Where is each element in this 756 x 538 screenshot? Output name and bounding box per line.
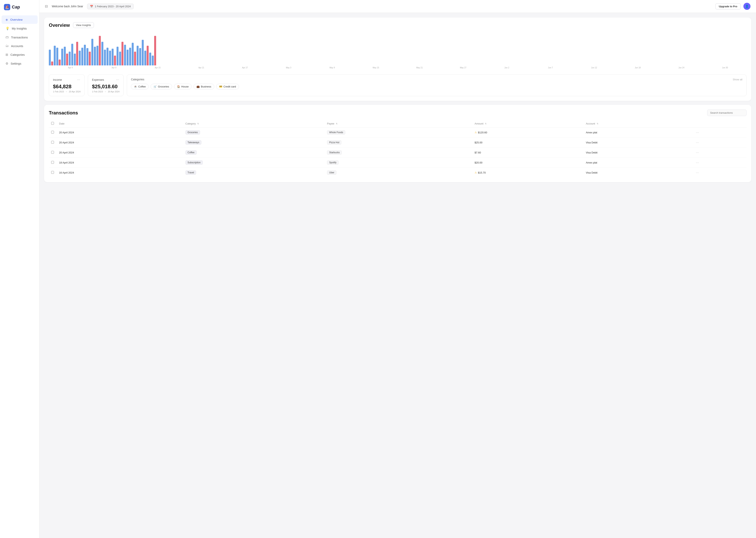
categories-card: Categories Show all ☕Coffee🛒Groceries🏠Ho…	[127, 75, 746, 96]
business-chip-label: Business	[201, 85, 211, 88]
content: Overview View Insights Apr 4Apr 9Apr 15A…	[39, 13, 756, 538]
chart-x-label-11: Jun 7	[529, 67, 572, 69]
row-actions-0: ⋯	[693, 128, 746, 137]
table-row: 20 April 2024 Coffee Starbucks $7.60 Vis…	[49, 147, 746, 158]
chart-bar-blue	[142, 40, 144, 65]
chart-x-label-14: Jun 24	[660, 67, 703, 69]
row-category-4: Travel	[183, 168, 325, 178]
expenses-header: Expenses ⋯	[92, 78, 119, 81]
row-category-3: Subscription	[183, 158, 325, 168]
search-input[interactable]	[707, 110, 746, 116]
view-insights-button[interactable]: View Insights	[73, 22, 94, 28]
show-all-button[interactable]: Show all	[733, 78, 742, 81]
row-menu-button-2[interactable]: ⋯	[696, 151, 699, 154]
row-checkbox-3[interactable]	[51, 161, 54, 164]
chart-bar-group-26	[137, 46, 139, 65]
income-date: 1 Feb 2023 → 20 Apr 2024	[53, 90, 80, 93]
avatar[interactable]: 👤	[743, 3, 750, 10]
chart-bar-blue	[64, 47, 66, 65]
category-chip-credit-card[interactable]: 💳Credit card	[216, 84, 239, 89]
chart-x-label-7: May 15	[354, 67, 398, 69]
account-column-header[interactable]: Account ⇅	[584, 120, 693, 128]
chart-x-label-13: Jun 18	[616, 67, 659, 69]
row-menu-button-0[interactable]: ⋯	[696, 131, 699, 134]
logo-icon: ⛵	[4, 4, 10, 10]
chart-bar-red	[99, 36, 101, 65]
chart-x-label-12: Jun 12	[573, 67, 616, 69]
sidebar-label-categories: Categories	[11, 53, 25, 56]
overview-chart: Apr 4Apr 9Apr 15Apr 21Apr 27May 3May 9Ma…	[49, 32, 746, 71]
income-menu-button[interactable]: ⋯	[77, 78, 80, 81]
sidebar-item-settings[interactable]: ⚙Settings	[2, 59, 38, 68]
sidebar-toggle-button[interactable]: ⊟	[45, 4, 48, 9]
chart-bar-group-24	[129, 48, 131, 65]
category-chip-groceries[interactable]: 🛒Groceries	[151, 84, 172, 89]
chart-bar-group-30	[149, 53, 151, 65]
transactions-icon: 🗃	[6, 35, 9, 39]
sidebar-item-transactions[interactable]: 🗃Transactions	[2, 33, 38, 41]
chart-bar-blue	[71, 44, 73, 65]
coffee-chip-label: Coffee	[138, 85, 146, 88]
settings-icon: ⚙	[6, 62, 8, 65]
sidebar-item-overview[interactable]: ◈Overview	[2, 15, 38, 24]
income-date-from: 1 Feb 2023	[53, 90, 64, 93]
date-range-text: 1 February 2023 - 20 April 2024	[95, 5, 131, 8]
row-checkbox-1[interactable]	[51, 141, 54, 144]
chart-bar-group-21	[119, 42, 123, 65]
sidebar-item-my-insights[interactable]: 💡My Insights	[2, 24, 38, 33]
sidebar-item-accounts[interactable]: 🗂Accounts	[2, 42, 38, 50]
chart-bar-group-15	[101, 42, 103, 65]
row-checkbox-0[interactable]	[51, 131, 54, 134]
chart-bar-blue	[132, 43, 134, 65]
table-row: 16 April 2024 Travel Uber ⚠ $15.70 Visa …	[49, 168, 746, 178]
row-menu-button-4[interactable]: ⋯	[696, 171, 699, 174]
warning-icon: ⚠	[475, 131, 477, 134]
transactions-table: Date Category ⇅ Payee ⇅ Amount ⇅ Account…	[49, 120, 746, 178]
sidebar-label-my-insights: My Insights	[12, 27, 27, 30]
select-all-checkbox[interactable]	[51, 122, 54, 125]
row-payee-2: Starbucks	[325, 147, 472, 158]
category-column-header[interactable]: Category ⇅	[183, 120, 325, 128]
row-checkbox-2[interactable]	[51, 151, 54, 154]
select-all-header	[49, 120, 57, 128]
chart-bar-blue	[69, 52, 71, 65]
chart-bar-blue	[101, 42, 103, 65]
chart-x-label-9: May 27	[442, 67, 485, 69]
expenses-date-from: 1 Feb 2023	[92, 90, 103, 93]
row-account-2: Visa Debit	[584, 147, 693, 158]
date-range-picker[interactable]: 📅 1 February 2023 - 20 April 2024	[87, 4, 134, 9]
header-left: ⊟ Welcome back John Sear 📅 1 February 20…	[45, 4, 134, 9]
business-chip-icon: 💼	[197, 85, 200, 88]
overview-card: Overview View Insights Apr 4Apr 9Apr 15A…	[44, 18, 751, 101]
row-category-0: Groceries	[183, 128, 325, 137]
row-menu-button-1[interactable]: ⋯	[696, 141, 699, 144]
expenses-date: 1 Feb 2023 → 20 Apr 2024	[92, 90, 119, 93]
row-menu-button-3[interactable]: ⋯	[696, 161, 699, 164]
payee-column-header[interactable]: Payee ⇅	[325, 120, 472, 128]
row-payee-3: Spotify	[325, 158, 472, 168]
table-row: 18 April 2024 Subscription Spotify $20.0…	[49, 158, 746, 168]
chart-bar-blue	[107, 48, 109, 65]
row-category-2: Coffee	[183, 147, 325, 158]
amount-column-header[interactable]: Amount ⇅	[472, 120, 584, 128]
chart-bar-blue	[56, 48, 58, 65]
row-checkbox-4[interactable]	[51, 171, 54, 174]
income-card: Income ⋯ $64,828 1 Feb 2023 → 20 Apr 202…	[49, 75, 85, 96]
category-chip-coffee[interactable]: ☕Coffee	[131, 84, 149, 89]
chart-bar-blue	[139, 48, 141, 65]
chart-bar-group-25	[132, 43, 136, 65]
table-row: 20 April 2024 Groceries Whole Foods ⚠ $1…	[49, 128, 746, 137]
expenses-menu-button[interactable]: ⋯	[116, 78, 119, 81]
chart-bar-group-31	[152, 36, 156, 65]
house-chip-icon: 🏠	[177, 85, 180, 88]
table-header-row: Date Category ⇅ Payee ⇅ Amount ⇅ Account…	[49, 120, 746, 128]
category-chip-business[interactable]: 💼Business	[194, 84, 214, 89]
sidebar-item-categories[interactable]: ⊞Categories	[2, 50, 38, 59]
chart-bar-blue	[137, 46, 139, 65]
row-date-1: 20 April 2024	[57, 137, 183, 147]
chart-x-label-3: Apr 21	[180, 67, 223, 69]
chart-bar-group-14	[96, 36, 101, 65]
upgrade-button[interactable]: Upgrade to Pro	[715, 3, 741, 10]
chart-bar-group-8	[79, 51, 81, 65]
category-chip-house[interactable]: 🏠House	[174, 84, 192, 89]
